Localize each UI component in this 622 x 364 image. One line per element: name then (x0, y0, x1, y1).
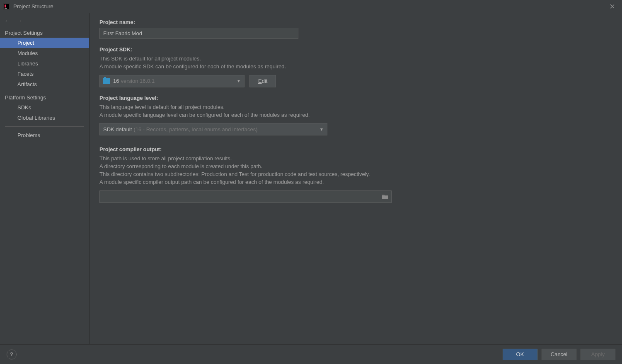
compiler-output-label: Project compiler output: (99, 146, 612, 152)
help-button[interactable]: ? (7, 350, 17, 359)
app-icon (3, 3, 10, 10)
nav-arrows: ← → (0, 13, 89, 27)
sidebar-item-label: Libraries (17, 60, 38, 67)
output-desc-4: A module specific compiler output path c… (99, 178, 612, 186)
chevron-down-icon: ▼ (237, 79, 241, 83)
sidebar-item-sdks[interactable]: SDKs (0, 102, 89, 113)
sidebar-item-libraries[interactable]: Libraries (0, 58, 89, 69)
back-arrow-icon[interactable]: ← (4, 17, 10, 24)
sidebar-item-problems[interactable]: Problems (0, 130, 89, 140)
sidebar-item-facets[interactable]: Facets (0, 69, 89, 79)
sidebar: ← → Project Settings Project Modules Lib… (0, 13, 90, 344)
language-level-dropdown[interactable]: SDK default (16 - Records, patterns, loc… (99, 123, 327, 135)
svg-rect-3 (5, 8, 7, 9)
sidebar-item-label: SDKs (17, 104, 31, 111)
cancel-button[interactable]: Cancel (542, 349, 576, 360)
lang-selected: SDK default (103, 126, 132, 133)
sidebar-item-label: Problems (17, 132, 40, 138)
window-title: Project Structure (13, 3, 605, 10)
sidebar-item-label: Project (17, 40, 34, 46)
output-desc-1: This path is used to store all project c… (99, 155, 612, 163)
chevron-down-icon: ▼ (319, 127, 324, 132)
section-project-settings: Project Settings (0, 27, 89, 38)
footer: ? OK Cancel Apply (0, 344, 622, 364)
compiler-output-row (99, 190, 392, 203)
section-platform-settings: Platform Settings (0, 92, 89, 102)
sidebar-item-label: Modules (17, 50, 38, 56)
language-level-label: Project language level: (99, 95, 612, 101)
folder-icon (103, 78, 110, 84)
sidebar-item-label: Global Libraries (17, 115, 55, 121)
sdk-desc-2: A module specific SDK can be configured … (99, 63, 612, 71)
ok-button[interactable]: OK (503, 349, 537, 360)
sidebar-divider (5, 126, 84, 127)
output-desc-3: This directory contains two subdirectori… (99, 171, 612, 178)
sdk-dropdown[interactable]: 16 version 16.0.1 ▼ (99, 75, 244, 87)
apply-button[interactable]: Apply (581, 349, 615, 360)
sidebar-item-modules[interactable]: Modules (0, 48, 89, 58)
body: ← → Project Settings Project Modules Lib… (0, 13, 622, 344)
svg-rect-2 (5, 5, 6, 7)
lang-desc-2: A module specific language level can be … (99, 111, 612, 119)
lang-desc-1: This language level is default for all p… (99, 104, 612, 111)
forward-arrow-icon: → (16, 17, 22, 24)
sdk-version: version 16.0.1 (121, 78, 155, 84)
sidebar-item-label: Artifacts (17, 81, 37, 87)
project-sdk-label: Project SDK: (99, 46, 612, 53)
output-desc-2: A directory corresponding to each module… (99, 163, 612, 171)
edit-sdk-button[interactable]: Edit (249, 75, 276, 87)
sdk-desc-1: This SDK is default for all project modu… (99, 55, 612, 63)
sidebar-item-label: Facets (17, 71, 34, 77)
browse-folder-button[interactable] (379, 191, 391, 202)
content-panel: Project name: Project SDK: This SDK is d… (90, 13, 622, 344)
project-name-input[interactable] (99, 28, 298, 39)
sidebar-item-artifacts[interactable]: Artifacts (0, 79, 89, 89)
sidebar-item-global-libraries[interactable]: Global Libraries (0, 113, 89, 123)
sdk-selected: 16 (113, 78, 119, 84)
sidebar-item-project[interactable]: Project (0, 38, 89, 48)
project-name-label: Project name: (99, 19, 612, 25)
close-button[interactable] (605, 1, 619, 12)
lang-detail: (16 - Records, patterns, local enums and… (133, 126, 257, 133)
compiler-output-input[interactable] (100, 193, 379, 200)
titlebar: Project Structure (0, 0, 622, 13)
